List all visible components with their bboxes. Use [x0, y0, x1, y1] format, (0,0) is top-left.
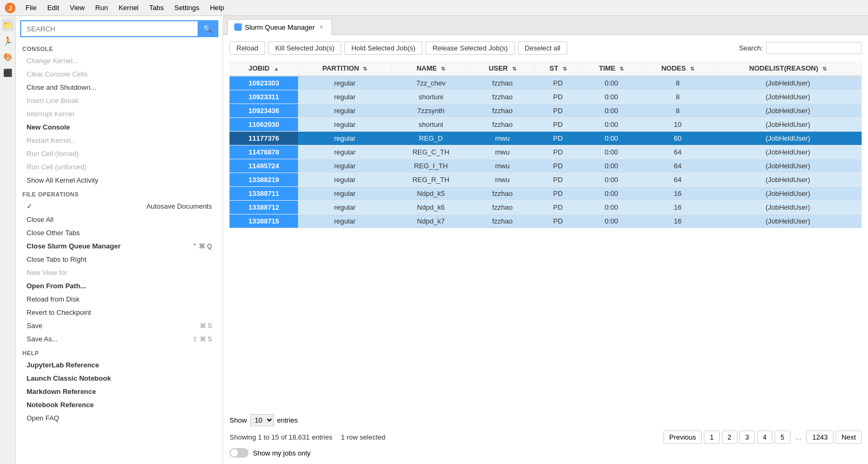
entries-select[interactable]: 10 25 50 — [250, 414, 274, 426]
cell-user: fzzhao — [470, 118, 534, 132]
cell-st: PD — [534, 132, 581, 145]
cell-time: 0:00 — [582, 118, 641, 132]
menu-new-console[interactable]: New Console — [16, 121, 223, 134]
menu-tabs[interactable]: Tabs — [145, 3, 168, 13]
menu-run-cell-unforced[interactable]: Run Cell (unforced) — [16, 160, 223, 174]
menu-edit[interactable]: Edit — [43, 3, 63, 13]
page-5-button[interactable]: 5 — [775, 431, 790, 444]
cell-nodes: 60 — [641, 132, 714, 145]
menu-close-tabs-right[interactable]: Close Tabs to Right — [16, 253, 223, 266]
menu-restart-kernel[interactable]: Restart Kernel... — [16, 134, 223, 147]
menubar: J File Edit View Run Kernel Tabs Setting… — [0, 0, 868, 16]
reload-button[interactable]: Reload — [229, 41, 265, 55]
cell-time: 0:00 — [582, 159, 641, 173]
table-row[interactable]: 11177376 regular REG_D mwu PD 0:00 60 (J… — [229, 132, 862, 145]
cell-user: fzzhao — [470, 90, 534, 104]
menu-open-faq[interactable]: Open FAQ — [16, 411, 223, 425]
search-button[interactable]: 🔍 — [198, 21, 217, 36]
col-st[interactable]: ST ⇅ — [534, 61, 581, 76]
last-page-button[interactable]: 1243 — [806, 431, 833, 444]
tab-close-button[interactable]: × — [318, 23, 325, 31]
cell-st: PD — [534, 76, 581, 90]
sidebar-palette-icon[interactable]: 🎨 — [2, 51, 14, 63]
menu-help[interactable]: Help — [206, 3, 228, 13]
menu-jupyterlab-ref[interactable]: JupyterLab Reference — [16, 358, 223, 372]
col-partition[interactable]: PARTITION ⇅ — [298, 61, 392, 76]
page-2-button[interactable]: 2 — [722, 431, 737, 444]
kill-button[interactable]: Kill Selected Job(s) — [268, 41, 341, 55]
cell-name: REG_I_TH — [392, 159, 470, 173]
menu-revert-to-checkpoint[interactable]: Revert to Checkpoint — [16, 306, 223, 319]
table-row[interactable]: 11062030 regular shortuni fzzhao PD 0:00… — [229, 118, 862, 132]
menu-change-kernel[interactable]: Change Kernel... — [16, 54, 223, 67]
show-my-jobs-toggle[interactable] — [229, 448, 249, 458]
table-row[interactable]: 10923303 regular 7zz_chev fzzhao PD 0:00… — [229, 76, 862, 90]
menu-run[interactable]: Run — [91, 3, 112, 13]
menu-view[interactable]: View — [65, 3, 89, 13]
cell-user: fzzhao — [470, 201, 534, 214]
table-row[interactable]: 10923436 regular 7zzsynth fzzhao PD 0:00… — [229, 104, 862, 118]
menu-run-cell-forced[interactable]: Run Cell (forced) — [16, 147, 223, 160]
toggle-row: Show my jobs only — [229, 448, 862, 458]
table-search-input[interactable] — [766, 42, 862, 54]
sidebar-running-icon[interactable]: 🏃 — [2, 35, 14, 47]
menu-clear-console-cells[interactable]: Clear Console Cells — [16, 67, 223, 81]
menu-autosave-documents[interactable]: ✓ Autosave Documents — [16, 200, 223, 213]
menu-interrupt-kernel[interactable]: Interrupt Kernel — [16, 107, 223, 121]
col-nodelist[interactable]: NODELIST(REASON) ⇅ — [714, 61, 862, 76]
col-jobid[interactable]: JOBID ▲ — [229, 61, 298, 76]
table-row[interactable]: 13388712 regular Ndpd_k6 fzzhao PD 0:00 … — [229, 201, 862, 214]
menu-open-from-path[interactable]: Open From Path... — [16, 279, 223, 293]
cell-jobid: 11495724 — [229, 159, 298, 173]
menu-reload-from-disk[interactable]: Reload from Disk — [16, 293, 223, 306]
cell-nodelist: (JobHeldUser) — [714, 118, 862, 132]
table-row[interactable]: 13388715 regular Ndpd_k7 fzzhao PD 0:00 … — [229, 214, 862, 228]
table-row[interactable]: 13388219 regular REG_R_TH mwu PD 0:00 64… — [229, 173, 862, 187]
cell-nodes: 64 — [641, 173, 714, 187]
file-ops-section-header: FILE OPERATIONS — [16, 187, 223, 200]
cell-nodelist: (JobHeldUser) — [714, 132, 862, 145]
cell-nodes: 8 — [641, 104, 714, 118]
menu-save[interactable]: Save ⌘ S — [16, 319, 223, 332]
menu-settings[interactable]: Settings — [170, 3, 203, 13]
menu-save-as[interactable]: Save As... ⇧ ⌘ S — [16, 332, 223, 346]
menu-show-kernel-activity[interactable]: Show All Kernel Activity — [16, 174, 223, 187]
previous-button[interactable]: Previous — [663, 431, 702, 444]
cell-nodelist: (JobHeldUser) — [714, 90, 862, 104]
page-3-button[interactable]: 3 — [739, 431, 755, 444]
menu-insert-line-break[interactable]: Insert Line Break — [16, 94, 223, 107]
menu-new-view-for[interactable]: New View for — [16, 266, 223, 279]
selected-text: 1 row selected — [341, 433, 386, 441]
cell-st: PD — [534, 187, 581, 201]
page-1-button[interactable]: 1 — [704, 431, 719, 444]
page-4-button[interactable]: 4 — [757, 431, 772, 444]
release-button[interactable]: Release Selected Job(s) — [426, 41, 515, 55]
col-nodes[interactable]: NODES ⇅ — [641, 61, 714, 76]
menu-close-other-tabs[interactable]: Close Other Tabs — [16, 226, 223, 239]
table-row[interactable]: 13388711 regular Ndpd_k5 fzzhao PD 0:00 … — [229, 187, 862, 201]
table-row[interactable]: 11495724 regular REG_I_TH mwu PD 0:00 64… — [229, 159, 862, 173]
col-name[interactable]: NAME ⇅ — [392, 61, 470, 76]
cell-partition: regular — [298, 104, 392, 118]
menu-close-all[interactable]: Close All — [16, 213, 223, 226]
sidebar-extension-icon[interactable]: ⬛ — [2, 67, 14, 79]
col-user[interactable]: USER ⇅ — [470, 61, 534, 76]
deselect-button[interactable]: Deselect all — [518, 41, 567, 55]
table-row[interactable]: 11476878 regular REG_C_TH mwu PD 0:00 64… — [229, 145, 862, 159]
next-button[interactable]: Next — [836, 431, 862, 444]
menu-launch-classic[interactable]: Launch Classic Notebook — [16, 372, 223, 385]
menu-notebook-ref[interactable]: Notebook Reference — [16, 398, 223, 411]
menu-kernel[interactable]: Kernel — [114, 3, 143, 13]
menu-close-and-shutdown[interactable]: Close and Shutdown... — [16, 81, 223, 94]
cell-nodelist: (JobHeldUser) — [714, 104, 862, 118]
col-time[interactable]: TIME ⇅ — [582, 61, 641, 76]
menu-close-slurm[interactable]: Close Slurm Queue Manager ⌃ ⌘ Q — [16, 239, 223, 253]
table-wrapper: JOBID ▲ PARTITION ⇅ NAME ⇅ USER ⇅ ST ⇅ T… — [229, 61, 862, 409]
table-row[interactable]: 10923311 regular shortuni fzzhao PD 0:00… — [229, 90, 862, 104]
hold-button[interactable]: Hold Selected Job(s) — [344, 41, 422, 55]
sidebar-files-icon[interactable]: 📁 — [2, 19, 14, 31]
menu-file[interactable]: File — [21, 3, 41, 13]
menu-markdown-ref[interactable]: Markdown Reference — [16, 385, 223, 398]
tab-slurm-queue[interactable]: Slurm Queue Manager × — [227, 19, 332, 35]
search-input[interactable] — [21, 22, 198, 36]
